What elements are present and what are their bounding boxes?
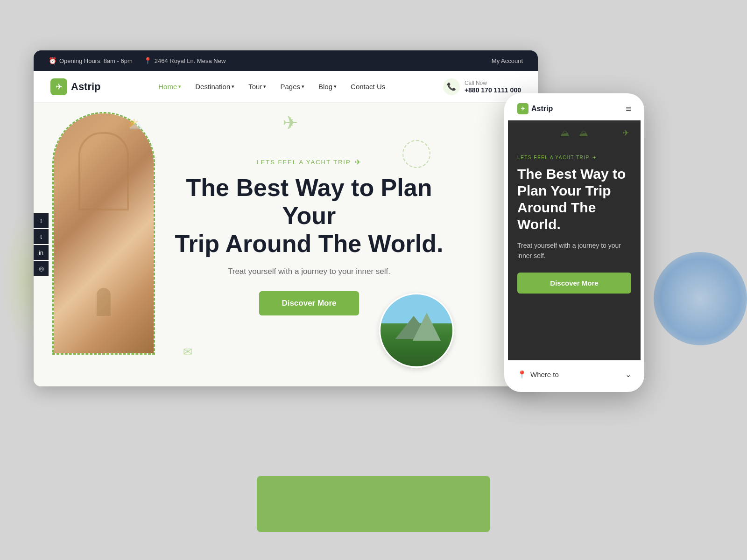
call-label: Call Now bbox=[465, 80, 521, 86]
hero-tagline: LETS FEEL A YACHT TRIP ✈ bbox=[174, 158, 444, 167]
mobile-logo[interactable]: ✈ Astrip bbox=[517, 103, 553, 114]
chevron-down-icon: ▾ bbox=[334, 84, 337, 90]
nav-item-contact[interactable]: Contact Us bbox=[345, 79, 391, 94]
other-social-btn[interactable]: ◎ bbox=[34, 261, 49, 276]
mobile-tagline-plane-icon: ✈ bbox=[592, 155, 597, 160]
phone-icon: 📞 bbox=[443, 78, 460, 95]
mobile-location-input[interactable]: 📍 Where to bbox=[517, 370, 625, 379]
bg-leaf-bottom bbox=[257, 476, 490, 532]
chevron-down-icon: ▾ bbox=[178, 84, 181, 90]
logo[interactable]: ✈ Astrip bbox=[50, 78, 101, 95]
mobile-hero: ⛰ ⛰ ✈ LETS FEEL A YACHT TRIP ✈ The Best … bbox=[508, 120, 641, 363]
mobile-hamburger-icon[interactable]: ≡ bbox=[626, 104, 631, 114]
my-account-link[interactable]: My Account bbox=[492, 57, 523, 64]
discover-more-button[interactable]: Discover More bbox=[259, 291, 359, 315]
mobile-discover-button[interactable]: Discover More bbox=[517, 273, 631, 294]
nav-item-destination[interactable]: Destination ▾ bbox=[190, 79, 240, 94]
nav-item-blog[interactable]: Blog ▾ bbox=[313, 79, 342, 94]
chevron-down-icon: ▾ bbox=[232, 84, 234, 90]
call-number: +880 170 1111 000 bbox=[465, 86, 521, 94]
mobile-mockup: ✈ Astrip ≡ ⛰ ⛰ ✈ LETS FEEL A YACHT TRIP … bbox=[504, 93, 644, 392]
mobile-chevron-down-icon[interactable]: ⌄ bbox=[625, 370, 631, 379]
location-icon: 📍 bbox=[144, 57, 152, 64]
nav-menu: Home ▾ Destination ▾ Tour ▾ Pages ▾ Blog… bbox=[153, 79, 391, 94]
mobile-title: The Best Way to Plan Your Trip Around Th… bbox=[517, 166, 631, 233]
arch-photo bbox=[54, 113, 154, 353]
where-to-text: Where to bbox=[530, 371, 559, 378]
nav-item-home[interactable]: Home ▾ bbox=[153, 79, 187, 94]
nav-item-pages[interactable]: Pages ▾ bbox=[275, 79, 310, 94]
top-bar-left: ⏰ Opening Hours: 8am - 6pm 📍 2464 Royal … bbox=[49, 57, 226, 64]
location-pin-icon: 📍 bbox=[517, 370, 527, 379]
nav-item-tour[interactable]: Tour ▾ bbox=[243, 79, 272, 94]
hero-content: LETS FEEL A YACHT TRIP ✈ The Best Way to… bbox=[174, 158, 444, 315]
mobile-tagline: LETS FEEL A YACHT TRIP ✈ bbox=[517, 155, 631, 160]
airplane-decoration: ✈ bbox=[282, 112, 298, 133]
mobile-plane-icon: ✈ bbox=[622, 128, 629, 138]
top-bar: ⏰ Opening Hours: 8am - 6pm 📍 2464 Royal … bbox=[34, 50, 538, 71]
mobile-bottom-bar[interactable]: 📍 Where to ⌄ bbox=[508, 360, 641, 388]
mobile-mountain-decoration: ⛰ ⛰ bbox=[560, 128, 588, 139]
nav-right: 📞 Call Now +880 170 1111 000 bbox=[443, 78, 521, 95]
hero-subtitle: Treat yourself with a journey to your in… bbox=[174, 267, 444, 276]
address-item: 📍 2464 Royal Ln. Mesa New bbox=[144, 57, 226, 64]
mountain-photo bbox=[381, 294, 452, 366]
paper-plane-decoration: ✉ bbox=[183, 345, 192, 358]
mobile-subtitle: Treat yourself with a journey to your in… bbox=[517, 240, 631, 261]
bg-circle-right bbox=[654, 252, 747, 345]
cloud-decoration: ⛅ bbox=[127, 117, 143, 132]
mountain-icon-left: ⛰ bbox=[560, 128, 570, 139]
clock-icon: ⏰ bbox=[49, 57, 56, 64]
tagline-plane-icon: ✈ bbox=[355, 158, 362, 167]
social-sidebar: f t in ◎ bbox=[34, 213, 49, 276]
call-info: Call Now +880 170 1111 000 bbox=[465, 80, 521, 94]
logo-icon: ✈ bbox=[50, 78, 67, 95]
opening-hours: ⏰ Opening Hours: 8am - 6pm bbox=[49, 57, 133, 64]
mountain-icon-right: ⛰ bbox=[579, 128, 588, 139]
twitter-social-btn[interactable]: t bbox=[34, 229, 49, 244]
mountain-circle-image bbox=[379, 293, 454, 368]
hero-section: f t in ◎ ✈ ⛅ ✉ LETS FEEL A YACHT TRIP ✈ … bbox=[34, 103, 538, 386]
chevron-down-icon: ▾ bbox=[302, 84, 304, 90]
nav-bar: ✈ Astrip Home ▾ Destination ▾ Tour ▾ Pag… bbox=[34, 71, 538, 103]
chevron-down-icon: ▾ bbox=[263, 84, 266, 90]
mobile-logo-icon: ✈ bbox=[517, 103, 529, 114]
facebook-social-btn[interactable]: f bbox=[34, 213, 49, 228]
logo-text: Astrip bbox=[71, 81, 101, 93]
mobile-logo-text: Astrip bbox=[531, 105, 553, 113]
arch-image bbox=[52, 112, 155, 355]
mobile-top-bar: ✈ Astrip ≡ bbox=[508, 97, 641, 120]
browser-mockup: ⏰ Opening Hours: 8am - 6pm 📍 2464 Royal … bbox=[34, 50, 538, 386]
hero-title: The Best Way to Plan Your Trip Around Th… bbox=[174, 174, 444, 258]
instagram-social-btn[interactable]: in bbox=[34, 245, 49, 260]
